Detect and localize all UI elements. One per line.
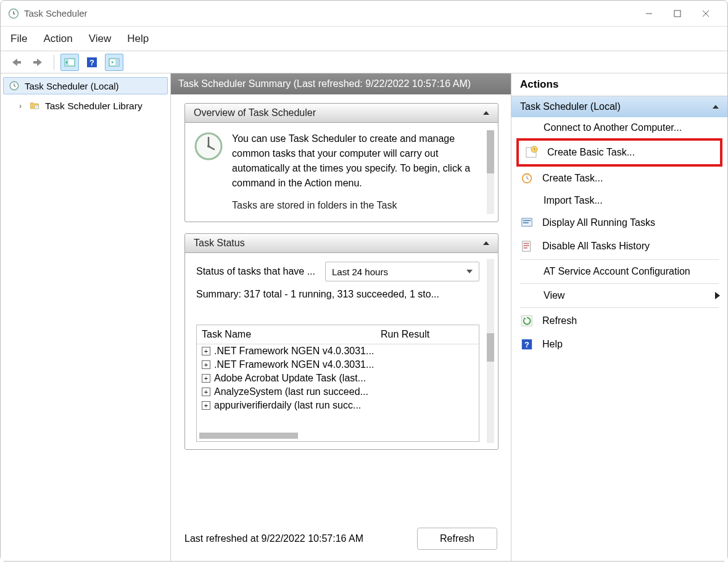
history-icon [520,239,534,253]
svg-rect-13 [115,59,119,66]
task-status-header[interactable]: Task Status [185,234,498,253]
show-hide-action-pane-button[interactable] [105,54,123,71]
svg-point-9 [66,61,68,63]
action-label: Import Task... [544,195,720,206]
collapse-caret-icon [483,241,489,245]
clock-icon [7,79,21,93]
expand-icon[interactable]: + [202,360,210,369]
expand-icon[interactable]: + [202,347,210,355]
action-display-running-tasks[interactable]: Display All Running Tasks [511,211,727,235]
action-import-task[interactable]: Import Task... [511,190,727,211]
svg-rect-5 [17,61,21,64]
status-scrollbar-thumb[interactable] [487,333,494,362]
task-status-title: Task Status [194,238,245,249]
svg-rect-26 [524,245,529,246]
action-disable-history[interactable]: Disable All Tasks History [511,235,727,258]
task-row[interactable]: +appuriverifierdaily (last run succ... [197,399,479,412]
task-status-section: Task Status Status of tasks that have ..… [184,233,498,450]
action-label: View [544,290,706,301]
action-label: Display All Running Tasks [542,217,720,228]
nav-root-node[interactable]: Task Scheduler (Local) [3,77,168,94]
task-col-name[interactable]: Task Name [197,325,376,344]
task-col-result[interactable]: Run Result [376,325,479,344]
expand-icon[interactable]: + [202,374,210,383]
action-create-basic-task[interactable]: Create Basic Task... [519,141,720,164]
overview-scrollbar-thumb[interactable] [487,130,494,173]
action-help[interactable]: ? Help [511,333,727,356]
collapse-caret-icon [713,105,719,109]
help-toolbar-button[interactable]: ? [83,54,101,71]
action-view-submenu[interactable]: View [511,285,727,306]
highlight-annotation: Create Basic Task... [516,138,722,167]
actions-group-header[interactable]: Task Scheduler (Local) [511,96,727,117]
refresh-button[interactable]: Refresh [417,528,497,550]
action-label: Create Basic Task... [547,147,713,158]
action-separator [520,259,719,260]
minimize-button[interactable] [635,4,663,23]
menubar: File Action View Help [1,27,727,51]
nav-forward-button[interactable] [29,54,48,71]
task-scheduler-window: Task Scheduler File Action View Help ? [0,0,728,562]
action-create-task[interactable]: Create Task... [511,167,727,190]
overview-section-header[interactable]: Overview of Task Scheduler [185,104,498,123]
action-label: Help [542,339,720,350]
action-separator [520,307,719,308]
menu-file[interactable]: File [10,33,27,45]
folder-clock-icon [28,99,41,113]
expand-icon[interactable]: + [202,401,210,410]
overview-title: Overview of Task Scheduler [194,107,316,118]
task-row[interactable]: +Adobe Acrobat Update Task (last... [197,372,479,385]
actions-pane-title: Actions [511,73,727,96]
clock-large-icon [194,131,223,161]
menu-action[interactable]: Action [43,33,72,45]
status-timerange-combo[interactable]: Last 24 hours [325,262,479,281]
menu-view[interactable]: View [89,33,112,45]
action-label: Create Task... [542,173,720,184]
chevron-right-icon [715,292,720,299]
maximize-button[interactable] [663,4,692,23]
action-label: Connect to Another Computer... [544,122,720,133]
show-hide-tree-button[interactable] [60,54,79,71]
svg-rect-23 [523,222,529,223]
nav-root-label: Task Scheduler (Local) [25,81,119,91]
toolbar: ? [1,51,727,73]
refresh-icon [520,314,534,328]
action-label: AT Service Account Configuration [544,266,720,277]
action-refresh[interactable]: Refresh [511,309,727,333]
nav-back-button[interactable] [7,54,25,71]
task-wizard-icon [525,146,539,159]
chevron-right-icon[interactable]: › [17,102,24,110]
summary-footer: Last refreshed at 9/22/2022 10:57:16 AM … [171,518,511,561]
task-name: .NET Framework NGEN v4.0.3031... [214,346,374,357]
svg-rect-22 [523,220,531,221]
task-row[interactable]: +.NET Framework NGEN v4.0.3031... [197,344,479,358]
action-label: Refresh [542,315,720,326]
window-controls [635,4,720,23]
action-connect-computer[interactable]: Connect to Another Computer... [511,117,727,138]
clock-plus-icon [520,172,534,185]
nav-pane: Task Scheduler (Local) › Task Scheduler … [1,73,171,561]
main-body: Task Scheduler (Local) › Task Scheduler … [1,73,727,561]
nav-library-node[interactable]: › Task Scheduler Library [3,97,168,115]
toolbar-separator [54,55,54,70]
close-button[interactable] [692,4,720,23]
overview-text: You can use Task Scheduler to create and… [232,131,479,191]
task-row[interactable]: +AnalyzeSystem (last run succeed... [197,385,479,399]
actions-pane: Actions Task Scheduler (Local) Connect t… [511,73,727,561]
task-list-h-scrollbar[interactable] [199,433,298,439]
svg-rect-6 [33,61,38,64]
menu-help[interactable]: Help [127,33,149,45]
task-row[interactable]: +.NET Framework NGEN v4.0.3031... [197,358,479,372]
svg-rect-2 [674,10,680,17]
summary-header: Task Scheduler Summary (Last refreshed: … [171,73,511,94]
summary-pane: Task Scheduler Summary (Last refreshed: … [171,73,511,561]
chevron-down-icon [466,270,473,273]
action-at-service-config[interactable]: AT Service Account Configuration [511,261,727,282]
window-title: Task Scheduler [24,8,635,19]
overview-section: Overview of Task Scheduler You can use T… [184,103,498,222]
status-combo-value: Last 24 hours [332,267,388,277]
actions-group-label: Task Scheduler (Local) [520,101,621,112]
task-status-list: Task Name Run Result +.NET Framework NGE… [196,325,479,442]
expand-icon[interactable]: + [202,388,210,396]
titlebar: Task Scheduler [1,1,727,27]
